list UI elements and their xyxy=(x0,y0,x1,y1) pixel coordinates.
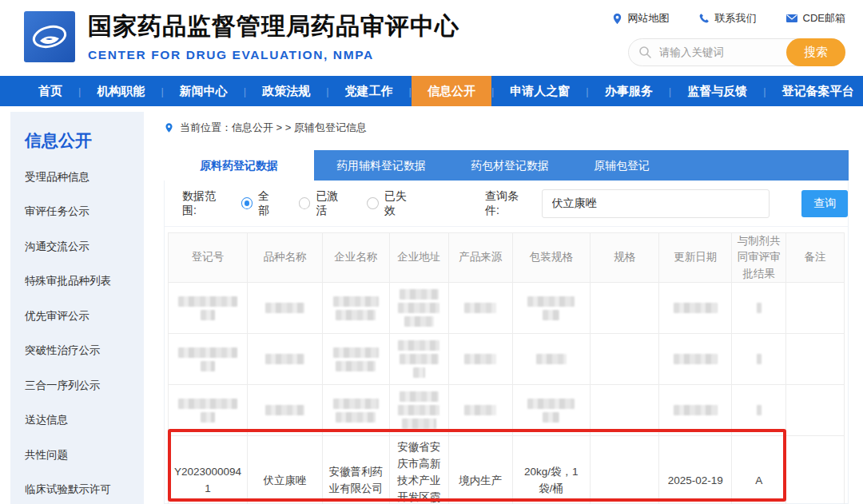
contact-label: 联系我们 xyxy=(715,11,757,26)
nav-item-policy[interactable]: 政策法规 xyxy=(246,76,326,106)
col-remarks: 备注 xyxy=(786,233,845,283)
sitemap-link[interactable]: 网站地图 xyxy=(611,11,670,26)
radio-icon-activated[interactable] xyxy=(299,197,310,209)
cell-spec xyxy=(590,436,658,504)
nav-item-news[interactable]: 新闻中心 xyxy=(164,76,244,106)
sidebar-item-breakthrough-therapy[interactable]: 突破性治疗公示 xyxy=(25,334,144,369)
redacted-block xyxy=(201,412,214,423)
redacted-block xyxy=(398,405,439,415)
search-icon xyxy=(638,46,652,59)
cde-logo-icon xyxy=(24,11,75,62)
cell-joint-review-result: A xyxy=(732,436,786,504)
query-label: 查询条件: xyxy=(485,189,531,218)
sidebar-item-special-approval[interactable]: 特殊审批品种列表 xyxy=(25,264,144,300)
redacted-block xyxy=(336,361,376,371)
filter-bar: 数据范围: 全部 已激活 已失效 查询条件: 查询 xyxy=(165,181,848,227)
table-row-highlighted[interactable]: Y20230000941 伏立康唑 安徽普利药业有限公司 安徽省安庆市高新技术产… xyxy=(169,436,845,504)
sidebar-item-clinical-trial-implied-license[interactable]: 临床试验默示许可 xyxy=(25,473,144,504)
redacted-block xyxy=(333,347,379,358)
cde-logo xyxy=(24,11,75,62)
cell-redacted xyxy=(389,385,448,436)
cell-registration-no: Y20230000941 xyxy=(169,436,248,504)
cell-package-spec: 20kg/袋，1袋/桶 xyxy=(512,436,590,504)
redacted-block xyxy=(201,310,214,320)
redacted-block xyxy=(536,354,567,364)
redacted-block xyxy=(265,354,304,364)
cell-redacted xyxy=(449,283,513,334)
redacted-block xyxy=(398,303,439,313)
radio-option-expired[interactable]: 已失效 xyxy=(367,189,416,218)
tab-raw-aux-pack-registration[interactable]: 原辅包登记 xyxy=(571,150,672,181)
redacted-block xyxy=(400,354,439,364)
redacted-block xyxy=(178,347,237,358)
col-spec: 规格 xyxy=(590,233,658,283)
breadcrumb: 当前位置：信息公开 > > 原辅包登记信息 xyxy=(164,121,367,135)
sidebar-item-review-tasks[interactable]: 审评任务公示 xyxy=(25,195,144,230)
radio-option-all[interactable]: 全部 xyxy=(241,189,280,218)
cell-variety-name: 伏立康唑 xyxy=(247,436,322,504)
brand-block: 国家药品监督管理局药品审评中心 CENTER FOR DRUG EVALUATI… xyxy=(88,10,459,62)
site-search-button[interactable]: 搜索 xyxy=(786,38,845,66)
cell-redacted xyxy=(449,385,513,436)
sidebar-item-three-in-one[interactable]: 三合一序列公示 xyxy=(25,368,144,403)
cell-redacted xyxy=(786,385,845,436)
radio-option-activated[interactable]: 已激活 xyxy=(299,189,348,218)
sitemap-label: 网站地图 xyxy=(628,11,670,26)
site-subtitle: CENTER FOR DRUG EVALUATION, NMPA xyxy=(88,48,459,62)
cell-redacted xyxy=(590,385,658,436)
table-header-row: 登记号 品种名称 企业名称 企业地址 产品来源 包装规格 规格 更新日期 与制剂… xyxy=(169,233,845,283)
data-tabs: 原料药登记数据 药用辅料登记数据 药包材登记数据 原辅包登记 xyxy=(164,150,849,181)
redacted-block xyxy=(336,310,376,320)
contact-link[interactable]: 联系我们 xyxy=(698,11,757,26)
tab-packaging-registration[interactable]: 药包材登记数据 xyxy=(448,150,571,181)
redacted-block xyxy=(333,399,379,409)
redacted-block xyxy=(527,399,575,409)
mail-label: CDE邮箱 xyxy=(803,11,845,26)
cell-company-address: 安徽省安庆市高新技术产业开发区霞虹路58号 xyxy=(389,436,448,504)
mail-link[interactable]: CDE邮箱 xyxy=(785,11,845,26)
radio-icon-all[interactable] xyxy=(241,197,253,209)
cell-redacted xyxy=(169,385,248,436)
redacted-block xyxy=(265,303,304,313)
sidebar-item-communication[interactable]: 沟通交流公示 xyxy=(25,229,144,264)
scope-label: 数据范围: xyxy=(182,189,229,218)
nav-item-applicant[interactable]: 申请人之窗 xyxy=(494,76,586,106)
sidebar-item-delivery-info[interactable]: 送达信息 xyxy=(25,403,144,439)
nav-item-party[interactable]: 党建工作 xyxy=(329,76,409,106)
redacted-block xyxy=(336,412,376,423)
nav-item-services[interactable]: 办事服务 xyxy=(589,76,669,106)
nav-item-info-disclosure[interactable]: 信息公开 xyxy=(412,76,491,106)
cell-redacted xyxy=(247,334,322,385)
page: 国家药品监督管理局药品审评中心 CENTER FOR DRUG EVALUATI… xyxy=(0,0,863,504)
sidebar-item-common-issues[interactable]: 共性问题 xyxy=(25,438,144,473)
sidebar-item-accepted-varieties[interactable]: 受理品种信息 xyxy=(25,160,144,195)
tab-excipient-registration[interactable]: 药用辅料登记数据 xyxy=(314,150,448,181)
redacted-block xyxy=(464,405,496,415)
redacted-block xyxy=(674,354,718,364)
sidebar-item-priority-review[interactable]: 优先审评公示 xyxy=(25,299,144,334)
col-company-name: 企业名称 xyxy=(322,233,389,283)
redacted-block xyxy=(527,296,575,307)
redacted-block xyxy=(674,405,718,415)
radio-icon-expired[interactable] xyxy=(367,197,378,209)
nav-item-functions[interactable]: 机构职能 xyxy=(81,76,161,106)
tab-api-registration[interactable]: 原料药登记数据 xyxy=(164,150,314,181)
nav-item-home[interactable]: 首页 xyxy=(22,76,78,106)
cell-redacted xyxy=(732,385,786,436)
query-input[interactable] xyxy=(542,189,770,218)
query-button[interactable]: 查询 xyxy=(801,190,848,217)
nav-item-supervision[interactable]: 监督与反馈 xyxy=(671,76,763,106)
table-row-redacted xyxy=(169,283,845,334)
col-variety-name: 品种名称 xyxy=(247,233,322,283)
nav-item-registration-platform[interactable]: 登记备案平台 xyxy=(766,76,863,106)
cell-product-origin: 境内生产 xyxy=(449,436,513,504)
redacted-block xyxy=(543,412,559,423)
radio-label-activated: 已激活 xyxy=(316,189,348,218)
cell-redacted xyxy=(322,334,389,385)
cell-redacted xyxy=(389,283,448,334)
cell-redacted xyxy=(590,334,658,385)
cell-redacted xyxy=(322,283,389,334)
redacted-block xyxy=(674,303,718,313)
cell-redacted xyxy=(322,385,389,436)
cell-update-date: 2025-02-19 xyxy=(659,436,732,504)
